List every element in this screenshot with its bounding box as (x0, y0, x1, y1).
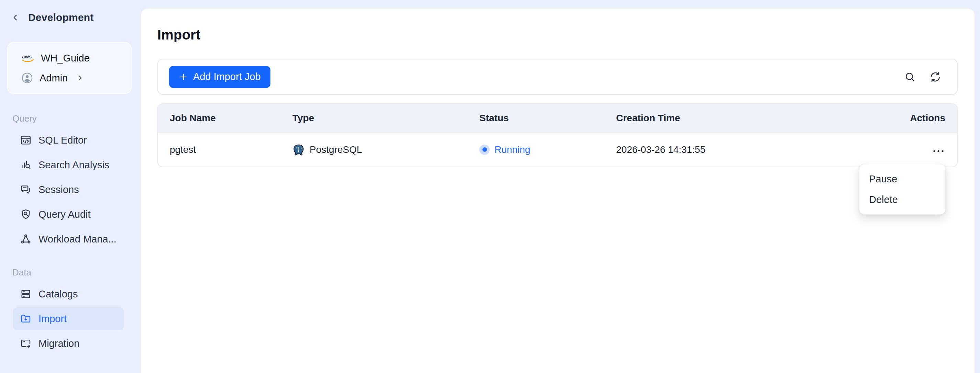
status-running-dot (479, 144, 490, 155)
column-header-creation-time: Creation Time (616, 104, 808, 132)
add-import-job-button[interactable]: Add Import Job (169, 66, 270, 88)
catalogs-icon (20, 288, 32, 300)
status-badge: Running (495, 144, 530, 155)
chevron-right-icon (76, 74, 84, 82)
table-row: pgtest PostgreSQL (158, 132, 957, 167)
workspace-row[interactable]: aws WH_Guide (21, 49, 131, 67)
nav-section-label: Query (13, 113, 141, 124)
row-actions-menu: Pause Delete (859, 164, 946, 215)
actions-cell (808, 132, 957, 167)
sidebar-item-query-audit[interactable]: Query Audit (13, 203, 135, 225)
toolbar: Add Import Job (158, 59, 958, 95)
add-import-job-label: Add Import Job (193, 71, 261, 83)
aws-logo-icon: aws (21, 53, 35, 63)
postgresql-icon (293, 144, 305, 156)
sidebar-item-sql-editor[interactable]: SQL Editor (13, 129, 135, 151)
sidebar-item-label: Sessions (38, 184, 79, 195)
workspace-card: aws WH_Guide Admin (7, 42, 132, 94)
sidebar-item-label: Workload Mana... (38, 233, 116, 245)
nav-section-label: Data (13, 267, 141, 278)
column-header-job-name: Job Name (158, 104, 293, 132)
sidebar-item-search-analysis[interactable]: Search Analysis (13, 154, 135, 176)
search-icon (904, 71, 916, 83)
table-header-row: Job Name Type Status Creation Time Actio… (158, 104, 957, 132)
workspace-name: WH_Guide (41, 52, 90, 64)
menu-item-delete[interactable]: Delete (859, 189, 945, 210)
toolbar-icons (904, 70, 942, 84)
search-analysis-icon (20, 159, 32, 171)
menu-item-pause[interactable]: Pause (859, 169, 945, 189)
svg-text:aws: aws (22, 54, 32, 59)
refresh-button[interactable] (929, 70, 942, 84)
sidebar-item-label: SQL Editor (38, 135, 87, 146)
sidebar-item-sessions[interactable]: Sessions (13, 178, 135, 201)
user-row[interactable]: Admin (21, 69, 131, 87)
import-jobs-table: Job Name Type Status Creation Time Actio… (158, 104, 957, 167)
column-header-type: Type (293, 104, 479, 132)
sidebar-title: Development (28, 12, 94, 23)
sidebar-item-workload-management[interactable]: Workload Mana... (13, 228, 135, 251)
import-folder-icon (20, 313, 32, 325)
query-audit-icon (20, 208, 32, 220)
sql-editor-icon (20, 134, 32, 146)
nav-section-data: Data Catalogs Import (0, 267, 141, 357)
status-cell: Running (479, 132, 616, 167)
search-button[interactable] (904, 70, 916, 84)
sidebar-header: Development (0, 0, 141, 23)
column-header-actions: Actions (808, 104, 957, 132)
plus-icon (179, 72, 188, 82)
type-cell: PostgreSQL (293, 132, 479, 167)
sidebar-item-migration[interactable]: Migration (13, 332, 135, 355)
sidebar-item-label: Import (38, 313, 67, 325)
sidebar-item-label: Search Analysis (38, 159, 109, 171)
creation-time-cell: 2026-03-26 14:31:55 (616, 132, 808, 167)
refresh-icon (929, 71, 942, 83)
column-header-status: Status (479, 104, 616, 132)
ellipsis-icon (932, 149, 945, 153)
sidebar-item-label: Migration (38, 338, 80, 349)
import-jobs-table-card: Job Name Type Status Creation Time Actio… (158, 103, 958, 167)
workload-management-icon (20, 233, 32, 245)
sidebar-item-import[interactable]: Import (13, 307, 124, 330)
type-label: PostgreSQL (310, 144, 362, 155)
sidebar: Development aws WH_Guide Admin (0, 0, 141, 373)
nav-section-query: Query SQL Editor Search Analysis (0, 113, 141, 252)
user-name: Admin (40, 73, 68, 84)
sessions-icon (20, 184, 32, 195)
page-title: Import (158, 27, 958, 43)
sidebar-item-label: Catalogs (38, 289, 78, 300)
sidebar-item-catalogs[interactable]: Catalogs (13, 283, 135, 305)
row-actions-ellipsis-button[interactable] (932, 148, 945, 155)
job-name-cell: pgtest (158, 132, 293, 167)
main-panel: Import Add Import Job (141, 9, 975, 373)
back-chevron-icon[interactable] (10, 13, 21, 23)
user-avatar-icon (21, 72, 33, 84)
sidebar-item-label: Query Audit (38, 209, 91, 220)
migration-icon (20, 338, 32, 349)
